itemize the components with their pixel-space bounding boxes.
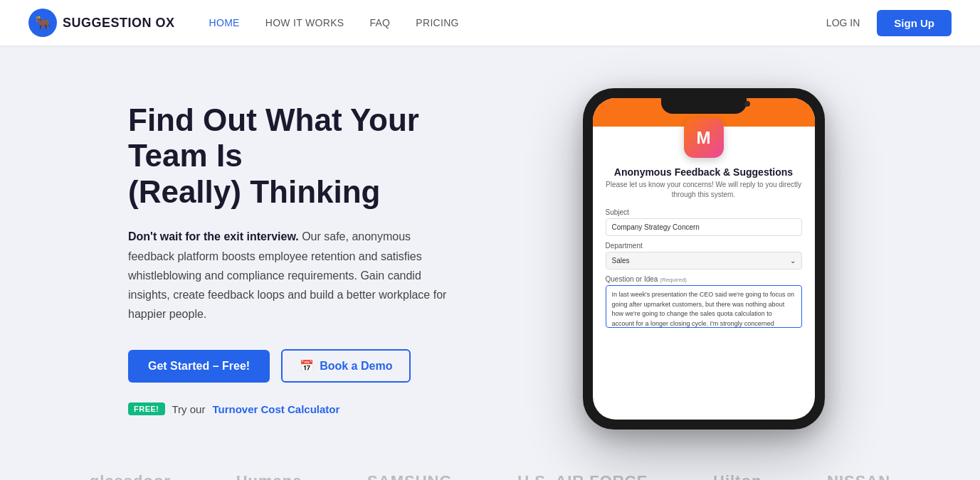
logo-icon: 🐂 bbox=[28, 9, 57, 37]
hero-title: Find Out What Your Team Is (Really) Thin… bbox=[128, 102, 498, 210]
nav-how-it-works[interactable]: HOW IT WORKS bbox=[265, 17, 344, 28]
phone-screen: M Anonymous Feedback & Suggestions Pleas… bbox=[593, 98, 815, 420]
phone-form-title: Anonymous Feedback & Suggestions bbox=[606, 166, 802, 178]
chevron-icon: ⌄ bbox=[790, 257, 796, 265]
nav-login[interactable]: LOG IN bbox=[826, 17, 860, 28]
brand-glassdoor: glassdoor bbox=[90, 472, 171, 480]
nav-pricing[interactable]: PRICING bbox=[416, 17, 458, 28]
hero-free-section: FREE! Try our Turnover Cost Calculator bbox=[128, 402, 498, 415]
department-label: Department bbox=[606, 242, 802, 250]
phone-content: M Anonymous Feedback & Suggestions Pleas… bbox=[593, 127, 815, 336]
hero-buttons: Get Started – Free! 📅 Book a Demo bbox=[128, 349, 498, 383]
brand-nissan: NISSAN bbox=[827, 472, 890, 480]
phone-app-icon: M bbox=[684, 118, 724, 158]
department-select[interactable]: Sales ⌄ bbox=[606, 252, 802, 270]
nav-right: LOG IN Sign Up bbox=[826, 10, 952, 36]
brand-hilton: Hilton bbox=[713, 472, 762, 480]
subject-label: Subject bbox=[606, 208, 802, 216]
logo[interactable]: 🐂 SUGGESTION OX bbox=[28, 9, 175, 37]
nav-faq[interactable]: FAQ bbox=[369, 17, 390, 28]
nav-links: HOME HOW IT WORKS FAQ PRICING bbox=[209, 17, 826, 28]
free-badge: FREE! bbox=[128, 402, 165, 415]
brand-samsung: SAMSUNG bbox=[367, 472, 452, 480]
get-started-button[interactable]: Get Started – Free! bbox=[128, 350, 270, 383]
turnover-calculator-link[interactable]: Turnover Cost Calculator bbox=[212, 403, 339, 415]
phone-form-subtitle: Please let us know your concerns! We wil… bbox=[606, 180, 802, 200]
hero-content: Find Out What Your Team Is (Really) Thin… bbox=[128, 102, 498, 416]
brands-section: glassdoor Humana SAMSUNG U.S. AIR FORCE … bbox=[0, 458, 980, 480]
svg-text:🐂: 🐂 bbox=[35, 15, 51, 31]
brand-air-force: U.S. AIR FORCE bbox=[517, 472, 648, 480]
question-textarea: In last week's presentation the CEO said… bbox=[606, 285, 802, 328]
phone-mockup: M Anonymous Feedback & Suggestions Pleas… bbox=[498, 88, 909, 430]
logo-text: SUGGESTION OX bbox=[63, 16, 175, 31]
hero-section: Find Out What Your Team Is (Really) Thin… bbox=[0, 46, 980, 458]
brand-humana: Humana bbox=[236, 472, 302, 480]
calendar-icon: 📅 bbox=[300, 359, 314, 373]
phone-outer: M Anonymous Feedback & Suggestions Pleas… bbox=[583, 88, 825, 430]
subject-input: Company Strategy Concern bbox=[606, 218, 802, 236]
signup-button[interactable]: Sign Up bbox=[877, 10, 952, 36]
phone-camera bbox=[744, 101, 750, 107]
navbar: 🐂 SUGGESTION OX HOME HOW IT WORKS FAQ PR… bbox=[0, 0, 980, 46]
hero-description: Don't wait for the exit interview. Our s… bbox=[128, 227, 455, 324]
phone-notch bbox=[661, 98, 747, 114]
book-demo-button[interactable]: 📅 Book a Demo bbox=[281, 349, 411, 383]
nav-home[interactable]: HOME bbox=[209, 17, 240, 28]
question-label: Question or Idea (Required) bbox=[606, 275, 802, 283]
